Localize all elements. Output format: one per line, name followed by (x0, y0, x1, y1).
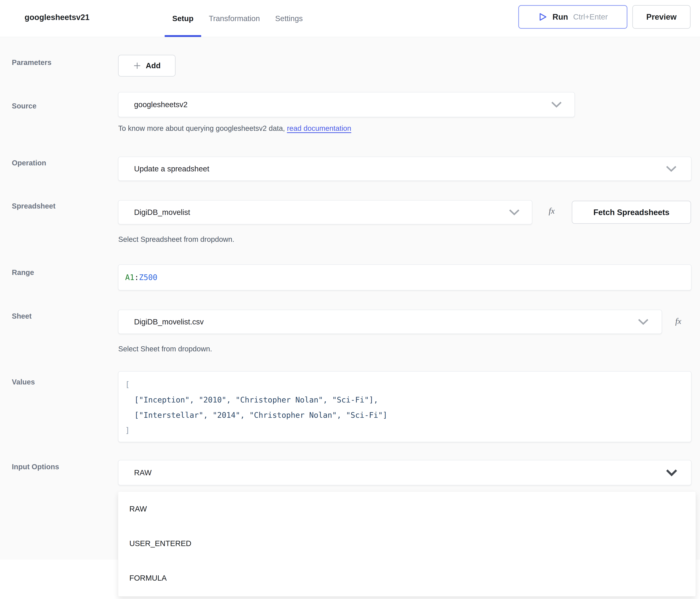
values-code-line: ] (125, 423, 691, 438)
header: googlesheetsv21 Setup Transformation Set… (0, 0, 700, 37)
active-tab-underline (165, 35, 201, 37)
source-helper: To know more about querying googlesheets… (118, 124, 351, 132)
operation-select[interactable]: Update a spreadsheet (118, 157, 692, 181)
values-code-line: ["Inception", "2010", "Christopher Nolan… (125, 392, 691, 407)
values-code-line: ["Interstellar", "2014", "Christopher No… (125, 407, 691, 423)
add-label: Add (146, 61, 160, 70)
range-colon-token: : (134, 273, 139, 282)
operation-label: Operation (12, 158, 46, 167)
sheet-value: DigiDB_movelist.csv (119, 318, 204, 326)
fetch-spreadsheets-button[interactable]: Fetch Spreadsheets (572, 201, 691, 224)
source-select[interactable]: googlesheetsv2 (118, 92, 575, 117)
chevron-down-icon (509, 209, 520, 216)
chevron-down-icon (638, 319, 649, 325)
chevron-down-icon (666, 469, 678, 477)
input-options-menu: RAW USER_ENTERED FORMULA (118, 492, 696, 596)
tab-bar: Setup Transformation Settings (165, 0, 310, 37)
input-options-label: Input Options (12, 463, 59, 471)
tab-setup-label: Setup (172, 14, 194, 23)
menu-option-formula[interactable]: FORMULA (118, 561, 696, 595)
run-label: Run (552, 13, 568, 22)
sheet-helper: Select Sheet from dropdown. (118, 345, 212, 353)
values-label: Values (12, 378, 35, 386)
spreadsheet-select[interactable]: DigiDB_movelist (118, 200, 532, 224)
values-editor[interactable]: [ ["Inception", "2010", "Christopher Nol… (118, 371, 692, 442)
range-label: Range (12, 268, 34, 277)
read-documentation-link[interactable]: read documentation (287, 124, 351, 132)
preview-label: Preview (646, 13, 677, 22)
fetch-spreadsheets-label: Fetch Spreadsheets (593, 208, 670, 217)
source-label: Source (12, 102, 36, 110)
spreadsheet-helper: Select Spreadsheet from dropdown. (118, 235, 234, 244)
spreadsheet-value: DigiDB_movelist (119, 208, 190, 217)
query-editor-screen: googlesheetsv21 Setup Transformation Set… (0, 0, 700, 599)
range-end-token: Z500 (139, 273, 157, 282)
sheet-select[interactable]: DigiDB_movelist.csv (118, 310, 662, 334)
source-helper-text: To know more about querying googlesheets… (118, 124, 287, 132)
values-code-line: [ (125, 377, 691, 392)
tab-settings[interactable]: Settings (268, 0, 310, 37)
tab-settings-label: Settings (275, 14, 303, 23)
range-code: A1:Z500 (119, 273, 157, 282)
run-button[interactable]: Run Ctrl+Enter (518, 5, 627, 29)
menu-option-user-entered[interactable]: USER_ENTERED (118, 526, 696, 561)
chevron-down-icon (551, 101, 562, 108)
menu-option-raw[interactable]: RAW (118, 492, 696, 526)
fx-toggle-icon[interactable]: fx (549, 206, 555, 216)
query-title: googlesheetsv21 (25, 13, 90, 22)
input-options-value: RAW (119, 468, 152, 477)
operation-value: Update a spreadsheet (119, 165, 209, 173)
preview-button[interactable]: Preview (632, 5, 691, 29)
chevron-down-icon (666, 166, 677, 172)
range-start-token: A1 (125, 273, 134, 282)
plus-icon (133, 61, 141, 70)
tab-setup[interactable]: Setup (165, 0, 201, 37)
add-parameter-button[interactable]: Add (118, 55, 176, 77)
sheet-label: Sheet (12, 312, 32, 320)
play-icon (538, 12, 547, 22)
parameters-label: Parameters (12, 58, 51, 67)
input-options-select[interactable]: RAW (118, 460, 692, 485)
range-input[interactable]: A1:Z500 (118, 265, 692, 291)
source-value: googlesheetsv2 (119, 100, 188, 109)
tab-transformation-label: Transformation (209, 14, 260, 23)
tab-transformation[interactable]: Transformation (201, 0, 268, 37)
fx-toggle-icon[interactable]: fx (675, 316, 681, 326)
run-shortcut: Ctrl+Enter (573, 13, 608, 21)
spreadsheet-label: Spreadsheet (12, 202, 55, 210)
